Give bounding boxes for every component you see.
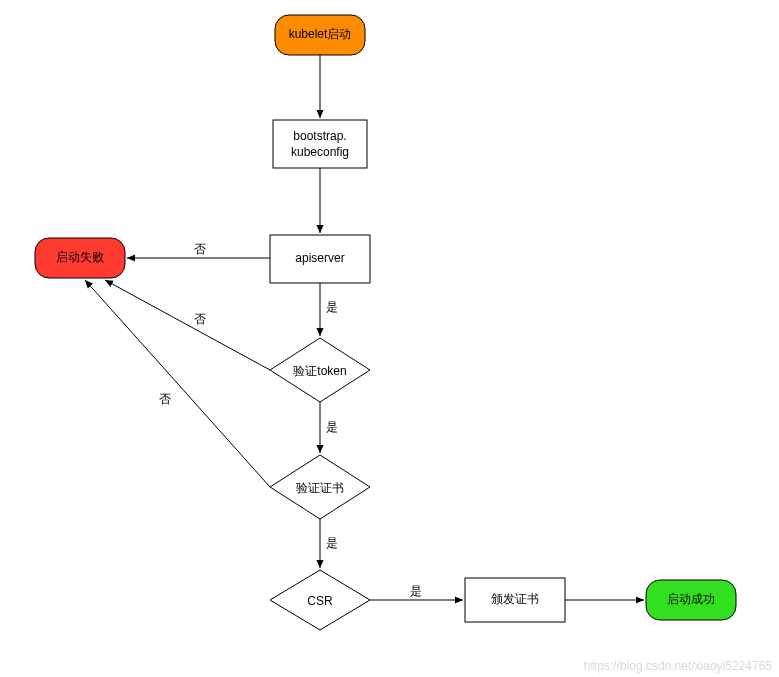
node-apiserver: apiserver xyxy=(270,235,370,283)
edge-vcert-fail-label: 否 xyxy=(159,392,171,406)
edge-vcert-csr-label: 是 xyxy=(326,536,338,550)
node-fail-label: 启动失败 xyxy=(56,250,104,264)
node-vtoken-label: 验证token xyxy=(293,364,346,378)
node-vcert-label: 验证证书 xyxy=(296,481,344,495)
node-vcert: 验证证书 xyxy=(270,455,370,519)
node-issue: 颁发证书 xyxy=(465,578,565,622)
node-csr: CSR xyxy=(270,570,370,630)
node-issue-label: 颁发证书 xyxy=(491,592,539,606)
edge-apiserver-vtoken-label: 是 xyxy=(326,300,338,314)
svg-rect-1 xyxy=(273,120,367,168)
node-success-label: 启动成功 xyxy=(667,592,715,606)
node-fail: 启动失败 xyxy=(35,238,125,278)
node-start-label: kubelet启动 xyxy=(289,27,352,41)
node-bootstrap-line2: kubeconfig xyxy=(291,145,349,159)
node-success: 启动成功 xyxy=(646,580,736,620)
watermark: https://blog.csdn.net/xiaoyi5224765 xyxy=(584,659,772,673)
edge-apiserver-fail-label: 否 xyxy=(194,242,206,256)
flowchart-canvas: kubelet启动 bootstrap. kubeconfig apiserve… xyxy=(0,0,779,677)
node-start: kubelet启动 xyxy=(275,15,365,55)
edge-vtoken-vcert-label: 是 xyxy=(326,420,338,434)
node-csr-label: CSR xyxy=(307,594,333,608)
edge-vcert-fail xyxy=(85,280,270,487)
node-apiserver-label: apiserver xyxy=(295,251,344,265)
edge-csr-issue-label: 是 xyxy=(410,584,422,598)
node-vtoken: 验证token xyxy=(270,338,370,402)
edge-vtoken-fail-label: 否 xyxy=(194,312,206,326)
node-bootstrap-line1: bootstrap. xyxy=(293,129,346,143)
node-bootstrap: bootstrap. kubeconfig xyxy=(273,120,367,168)
edge-vtoken-fail xyxy=(105,280,270,370)
